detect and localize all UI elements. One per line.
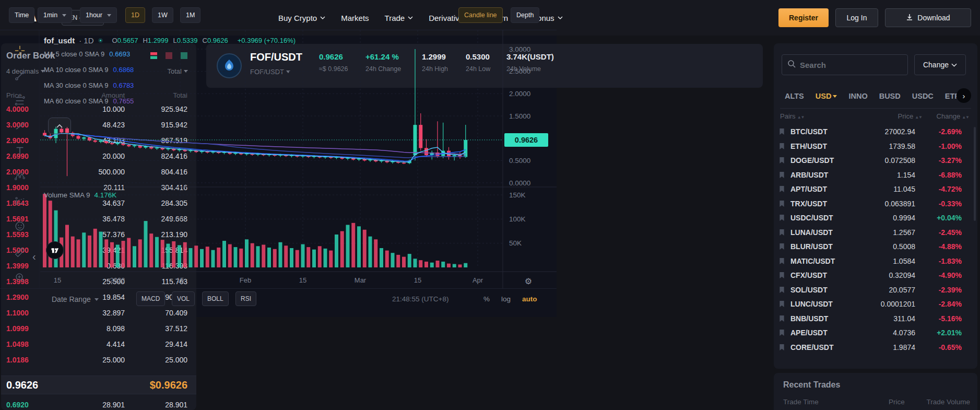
svg-text:0.9626: 0.9626: [515, 136, 538, 144]
recent-trades-title: Recent Trades: [783, 380, 840, 390]
last-price: 0.9626: [6, 379, 38, 391]
bookmark-icon[interactable]: [779, 143, 785, 151]
legend-collapse-button[interactable]: [48, 118, 71, 134]
bookmark-icon[interactable]: [779, 185, 785, 194]
order-book-bids: 0.692028.90128.901: [1, 397, 196, 410]
col-price-sort[interactable]: Price▲▼: [898, 112, 922, 120]
market-pair-row[interactable]: MATIC/USDT1.0584-1.83%: [774, 254, 977, 269]
last-price-usd: $0.9626: [150, 379, 187, 391]
indicator-button-vol[interactable]: VOL: [172, 291, 195, 306]
indicator-button-boll[interactable]: BOLL: [202, 291, 229, 306]
svg-text:15: 15: [176, 276, 184, 284]
xabcd-pattern-icon[interactable]: [14, 170, 26, 182]
bookmark-icon[interactable]: [779, 171, 785, 180]
quote-tab-busd[interactable]: BUSD: [879, 92, 901, 100]
chart-panel: Time1min1hour1D1W1MCandle lineDepth 3.00…: [0, 0, 557, 317]
market-pair-row[interactable]: APT/USDT11.045-4.72%: [774, 182, 977, 197]
measure-icon[interactable]: [14, 247, 26, 258]
bookmark-icon[interactable]: [779, 315, 785, 324]
register-button[interactable]: Register: [778, 8, 829, 27]
svg-text:2023: 2023: [110, 276, 125, 284]
col-pairs-sort[interactable]: Pairs▲▼: [780, 112, 804, 120]
scale-toggle-auto[interactable]: auto: [522, 295, 537, 303]
svg-text:2.0000: 2.0000: [509, 90, 530, 98]
emoji-icon[interactable]: [14, 220, 26, 232]
market-columns: Pairs▲▼ Price▲▼ Change▲▼: [774, 112, 977, 121]
bookmark-icon[interactable]: [779, 286, 785, 295]
chart-footer: Date Range MACDVOLBOLLRSI 21:48:55 (UTC+…: [0, 288, 557, 317]
svg-text:0.0000: 0.0000: [509, 179, 530, 187]
market-pair-row[interactable]: ETH/USDT1739.58-1.00%: [774, 139, 977, 154]
bookmark-icon[interactable]: [779, 272, 785, 280]
svg-text:3.0000: 3.0000: [509, 45, 530, 53]
bookmark-icon[interactable]: [779, 157, 785, 166]
col-change-sort[interactable]: Change▲▼: [937, 112, 969, 120]
scrollbar-thumb[interactable]: [974, 127, 976, 221]
market-pair-row[interactable]: LUNA/USDT1.2567-2.45%: [774, 226, 977, 240]
download-icon: [906, 14, 913, 22]
crosshair-icon[interactable]: [14, 45, 26, 56]
svg-text:2.5000: 2.5000: [509, 67, 530, 75]
market-pair-row[interactable]: BTC/USDT27002.94-2.69%: [774, 125, 977, 139]
bookmark-icon[interactable]: [779, 200, 785, 209]
quote-tab-etf[interactable]: ETF: [945, 92, 957, 100]
tabs-next-button[interactable]: ›: [957, 88, 971, 103]
tradingview-logo[interactable]: [46, 241, 64, 259]
chart-settings-gear-icon[interactable]: ⚙: [521, 274, 536, 288]
bookmark-icon[interactable]: [779, 229, 785, 238]
market-pair-row[interactable]: LUNC/USDT0.0001201-2.84%: [774, 297, 977, 312]
market-pair-row[interactable]: APE/USDT4.0736+2.01%: [774, 326, 977, 341]
quote-tab-usdc[interactable]: USDC: [912, 92, 934, 100]
login-button[interactable]: Log In: [835, 8, 878, 27]
change-dropdown-button[interactable]: Change: [914, 54, 966, 75]
market-pair-row[interactable]: DOGE/USDT0.072508-3.27%: [774, 154, 977, 168]
market-pair-row[interactable]: SOL/USDT20.0577-2.39%: [774, 283, 977, 298]
order-book-ask-row[interactable]: 1.04984.41429.414: [1, 337, 196, 353]
order-book-ask-row[interactable]: 1.09998.09837.512: [1, 321, 196, 337]
bookmark-icon[interactable]: [779, 128, 785, 137]
market-pair-row[interactable]: CORE/USDT1.9874-0.65%: [774, 341, 977, 355]
bookmark-icon[interactable]: [779, 329, 785, 338]
bookmark-icon[interactable]: [779, 257, 785, 266]
market-pair-list: BTC/USDT27002.94-2.69%ETH/USDT1739.58-1.…: [774, 125, 977, 355]
quote-tab-alts[interactable]: ALTS: [785, 92, 804, 100]
zoom-in-icon[interactable]: [14, 272, 26, 283]
scale-toggle-log[interactable]: log: [501, 295, 511, 303]
text-icon[interactable]: [14, 145, 26, 157]
bookmark-icon[interactable]: [779, 300, 785, 309]
indicator-button-macd[interactable]: MACD: [136, 291, 165, 306]
scale-toggle-percent[interactable]: %: [483, 295, 490, 303]
order-book-bid-row[interactable]: 0.692028.90128.901: [1, 397, 196, 410]
trend-line-icon[interactable]: [14, 70, 26, 81]
search-box[interactable]: [782, 54, 908, 75]
download-button[interactable]: Download: [885, 8, 971, 27]
svg-text:1.5000: 1.5000: [509, 112, 530, 120]
collapse-orderbook-icon[interactable]: ‹: [32, 251, 36, 263]
quote-tab-usd[interactable]: USD: [816, 92, 837, 100]
date-range-dropdown[interactable]: Date Range: [52, 295, 99, 303]
brush-icon[interactable]: [14, 120, 26, 132]
market-pair-row[interactable]: USDC/USDT0.9994+0.04%: [774, 211, 977, 226]
order-book-ask-row[interactable]: 1.018625.00025.000: [1, 353, 196, 368]
last-price-row: 0.9626 $0.9626: [1, 376, 196, 394]
svg-text:50K: 50K: [509, 239, 522, 247]
svg-text:15: 15: [299, 276, 306, 284]
search-input[interactable]: [800, 61, 889, 69]
market-pair-row[interactable]: BNB/USDT311.04-5.16%: [774, 312, 977, 326]
bookmark-icon[interactable]: [779, 214, 785, 223]
market-pair-row[interactable]: CFX/USDT0.32094-4.90%: [774, 268, 977, 283]
svg-text:100K: 100K: [509, 215, 526, 223]
quote-tab-inno[interactable]: INNO: [848, 92, 867, 100]
forecast-icon[interactable]: [14, 195, 26, 207]
bookmark-icon[interactable]: [779, 243, 785, 252]
bookmark-icon[interactable]: [779, 344, 785, 353]
svg-text:Apr: Apr: [473, 276, 483, 284]
market-pair-row[interactable]: BLUR/USDT0.5008-4.88%: [774, 240, 977, 254]
fib-retracement-icon[interactable]: [14, 95, 26, 107]
chart-clock: 21:48:55 (UTC+8): [392, 295, 448, 303]
market-pair-row[interactable]: ARB/USDT1.154-6.88%: [774, 168, 977, 183]
download-label: Download: [917, 14, 950, 22]
candlestick-chart[interactable]: 3.00002.50002.00001.50000.50000.0000150K…: [0, 0, 557, 317]
indicator-button-rsi[interactable]: RSI: [235, 291, 256, 306]
market-pair-row[interactable]: TRX/USDT0.063891-0.33%: [774, 197, 977, 212]
